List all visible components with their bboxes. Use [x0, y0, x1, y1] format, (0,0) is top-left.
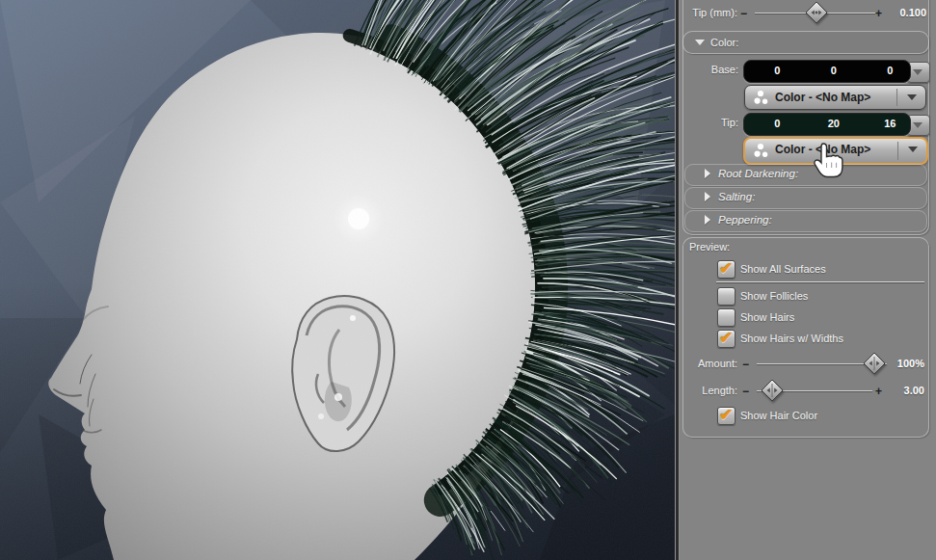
color-map-icon	[753, 89, 770, 106]
base-r-value: 0	[774, 65, 780, 76]
base-map-label: Color - <No Map>	[775, 91, 870, 104]
length-value: 3.00	[880, 385, 924, 396]
expand-arrow-icon[interactable]	[705, 169, 710, 178]
tip-color-swatch[interactable]: 0 20 16	[743, 113, 911, 136]
color-map-icon	[753, 142, 770, 159]
checkbox-show-hairs-widths[interactable]	[717, 330, 735, 348]
dropdown-arrow-icon	[913, 69, 923, 75]
tip-mm-slider-handle[interactable]	[805, 1, 828, 24]
cursor-pointer	[813, 142, 845, 180]
hair-properties-panel: Tip (mm): − + 0.100 Color: Base: 0 0 0 C…	[680, 0, 936, 560]
collapse-arrow-color-icon[interactable]	[695, 40, 705, 45]
dropdown-arrow-icon	[908, 147, 918, 152]
checkbox-show-hair-color[interactable]	[717, 407, 735, 425]
dropdown-arrow-icon	[907, 94, 917, 100]
expand-arrow-icon[interactable]	[705, 192, 710, 201]
base-color-label: Base:	[680, 64, 738, 75]
checkbox-label: Show All Surfaces	[740, 263, 826, 275]
expand-arrow-icon[interactable]	[705, 215, 710, 225]
checkbox-label: Show Hairs	[740, 311, 794, 323]
tip-mm-value: 0.100	[882, 7, 926, 18]
3d-viewport[interactable]	[0, 0, 675, 560]
tip-color-label: Tip:	[680, 117, 738, 128]
salting-header[interactable]: Salting:	[718, 191, 755, 202]
checkbox-show-all-surfaces[interactable]	[717, 260, 735, 279]
dropdown-separator	[896, 89, 897, 106]
tip-g-value: 20	[828, 118, 840, 129]
preview-section-header: Preview:	[689, 241, 730, 253]
checkbox-label: Show Hairs w/ Widths	[740, 333, 843, 344]
tip-mm-label: Tip (mm):	[680, 7, 737, 18]
length-label: Length:	[680, 385, 737, 396]
head-render	[0, 0, 675, 560]
root-darkening-header[interactable]: Root Darkening:	[718, 168, 798, 179]
tip-mm-plus[interactable]: +	[875, 9, 882, 18]
length-slider-handle[interactable]	[761, 379, 784, 402]
render-grain	[0, 0, 675, 560]
hair-editor-window: Tip (mm): − + 0.100 Color: Base: 0 0 0 C…	[0, 0, 936, 560]
base-color-map-dropdown[interactable]: Color - <No Map>	[744, 85, 926, 110]
dropdown-arrow-icon	[913, 122, 923, 128]
tip-b-value: 16	[884, 118, 896, 129]
checkbox-label: Show Follicles	[740, 290, 808, 302]
checkbox-label: Show Hair Color	[740, 410, 817, 421]
amount-label: Amount:	[680, 358, 737, 369]
base-g-value: 0	[831, 65, 837, 76]
base-color-swatch[interactable]: 0 0 0	[743, 60, 911, 83]
amount-value: 100%	[880, 358, 924, 369]
dropdown-separator	[897, 142, 898, 160]
length-minus[interactable]: −	[742, 387, 749, 396]
amount-minus[interactable]: −	[742, 360, 749, 369]
checkbox-show-hairs[interactable]	[717, 308, 735, 327]
checkbox-show-follicles[interactable]	[717, 287, 735, 306]
tip-r-value: 0	[774, 118, 780, 129]
peppering-header[interactable]: Peppering:	[718, 214, 772, 226]
preview-divider	[716, 281, 924, 282]
color-section-header[interactable]: Color:	[710, 37, 738, 48]
tip-mm-minus[interactable]: −	[740, 9, 747, 18]
base-b-value: 0	[887, 65, 893, 76]
